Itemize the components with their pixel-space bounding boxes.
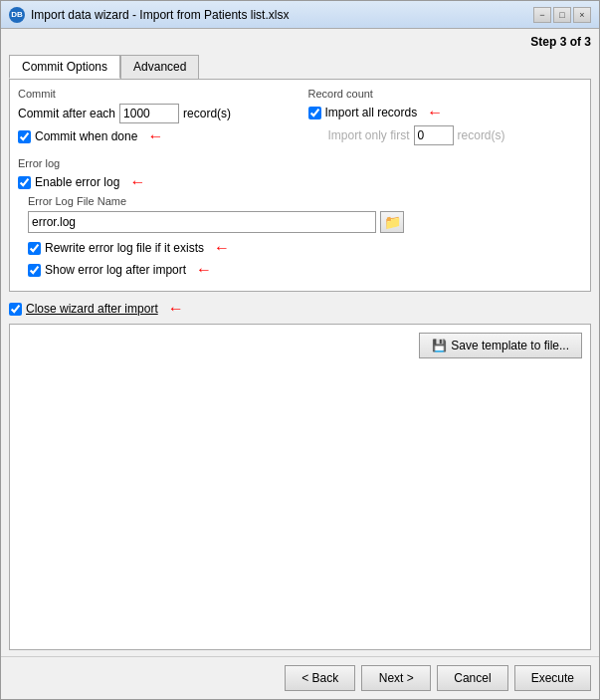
content-area: Step 3 of 3 Commit Options Advanced Comm…: [1, 29, 599, 656]
execute-button[interactable]: Execute: [514, 665, 591, 691]
next-button[interactable]: Next >: [361, 665, 431, 691]
save-template-label: Save template to file...: [451, 339, 569, 352]
close-wizard-row: Close wizard after import ←: [9, 300, 591, 318]
close-wizard-label: Close wizard after import: [26, 302, 158, 316]
import-only-first-label: Import only first: [328, 128, 410, 142]
save-template-button[interactable]: 💾 Save template to file...: [419, 333, 582, 358]
import-all-label: Import all records: [325, 106, 418, 119]
commit-when-done-checkbox[interactable]: [18, 130, 31, 143]
commit-after-label: Commit after each: [18, 107, 115, 120]
step-label: Step 3 of 3: [9, 35, 591, 49]
import-all-row: Import all records ←: [308, 104, 583, 121]
minimize-button[interactable]: −: [533, 7, 551, 23]
close-wizard-arrow: ←: [168, 300, 184, 318]
rewrite-arrow: ←: [214, 239, 230, 257]
error-log-section: Error log Enable error log ← Error Log F…: [18, 157, 582, 279]
footer-bar: < Back Next > Cancel Execute: [1, 656, 599, 699]
commit-after-row: Commit after each record(s): [18, 104, 293, 123]
tab-bar: Commit Options Advanced: [9, 55, 591, 79]
show-after-import-checkbox[interactable]: [28, 264, 41, 277]
import-all-arrow: ←: [427, 104, 443, 121]
import-only-first-row: Import only first record(s): [308, 125, 583, 145]
commit-records-label: record(s): [183, 107, 231, 120]
file-name-label: Error Log File Name: [28, 195, 582, 207]
bottom-panel: 💾 Save template to file...: [9, 324, 591, 650]
folder-icon: 📁: [384, 214, 401, 230]
record-count-section: Record count Import all records ← Import…: [302, 88, 583, 149]
error-log-file-input[interactable]: [28, 211, 376, 233]
commit-section: Commit Commit after each record(s) Commi…: [18, 88, 293, 149]
enable-error-log-label: Enable error log: [35, 175, 119, 189]
show-after-import-label: Show error log after import: [45, 263, 186, 277]
app-icon: DB: [9, 7, 25, 23]
commit-when-done-row: Commit when done ←: [18, 127, 293, 145]
main-panel: Commit Commit after each record(s) Commi…: [9, 79, 591, 292]
tab-advanced[interactable]: Advanced: [120, 55, 199, 79]
error-log-group-label: Error log: [18, 157, 582, 169]
rewrite-error-log-label: Rewrite error log file if it exists: [45, 241, 204, 255]
record-count-label: Record count: [308, 88, 583, 100]
show-after-arrow: ←: [196, 261, 212, 279]
import-only-first-records-label: record(s): [458, 128, 505, 142]
import-all-checkbox[interactable]: [308, 107, 321, 119]
window-title: Import data wizard - Import from Patient…: [31, 8, 533, 22]
two-col-layout: Commit Commit after each record(s) Commi…: [18, 88, 582, 149]
enable-error-log-arrow: ←: [129, 173, 145, 191]
title-bar: DB Import data wizard - Import from Pati…: [1, 1, 599, 29]
close-wizard-checkbox[interactable]: [9, 303, 22, 316]
maximize-button[interactable]: □: [553, 7, 571, 23]
commit-when-done-arrow: ←: [147, 127, 163, 145]
cancel-button[interactable]: Cancel: [437, 665, 507, 691]
file-name-row: 📁: [28, 211, 582, 233]
rewrite-error-log-row: Rewrite error log file if it exists ←: [28, 239, 582, 257]
show-after-import-row: Show error log after import ←: [28, 261, 582, 279]
commit-group-label: Commit: [18, 88, 293, 100]
import-only-first-input[interactable]: [414, 125, 454, 145]
save-icon: 💾: [432, 339, 447, 352]
rewrite-error-log-checkbox[interactable]: [28, 242, 41, 255]
main-window: DB Import data wizard - Import from Pati…: [0, 0, 600, 700]
error-log-file-section: Error Log File Name 📁 Rewrite error log …: [18, 195, 582, 279]
back-button[interactable]: < Back: [285, 665, 355, 691]
enable-error-log-row: Enable error log ←: [18, 173, 582, 191]
tab-commit-options[interactable]: Commit Options: [9, 55, 120, 79]
window-controls: − □ ×: [533, 7, 591, 23]
commit-when-done-label: Commit when done: [35, 129, 137, 143]
close-button[interactable]: ×: [573, 7, 591, 23]
commit-after-input[interactable]: [119, 104, 179, 123]
browse-file-button[interactable]: 📁: [380, 211, 404, 233]
enable-error-log-checkbox[interactable]: [18, 176, 31, 189]
